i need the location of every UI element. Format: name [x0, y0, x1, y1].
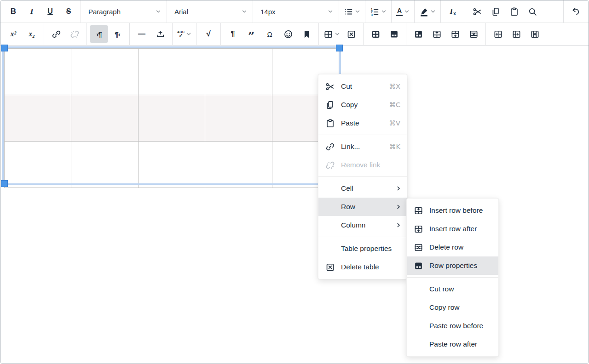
table-resize-handle-top-right[interactable] — [336, 45, 343, 51]
pilcrow-button[interactable]: ¶ — [224, 25, 242, 43]
emoji-button[interactable] — [279, 25, 297, 43]
horizontal-rule-button[interactable]: — — [133, 25, 151, 43]
subscript-button[interactable]: x₂ — [23, 25, 41, 43]
insert-row-before-icon — [432, 29, 442, 39]
table-resize-handle-bottom-left[interactable] — [1, 180, 8, 187]
copy-button[interactable] — [486, 3, 505, 20]
search-button[interactable] — [523, 3, 542, 20]
font-size-select[interactable]: 14px — [256, 3, 336, 20]
rtl-button[interactable]: ¶‹ — [108, 25, 127, 43]
ltr-glyph: ›¶ — [96, 30, 101, 38]
blockquote-button[interactable]: ” — [242, 25, 260, 43]
font-family-select[interactable]: Arial — [170, 3, 250, 20]
menu-separator — [407, 277, 498, 278]
insert-row-after-button[interactable] — [446, 25, 464, 43]
italic-button[interactable]: I — [23, 3, 41, 20]
cut-row-menu-item[interactable]: Cut row — [407, 280, 498, 298]
cell-menu-item[interactable]: Cell — [318, 179, 407, 198]
insert-row-after-menu-item[interactable]: Insert row after — [407, 220, 498, 238]
numbered-list-button[interactable]: 123 — [368, 3, 388, 20]
copy-icon — [491, 7, 501, 17]
delete-table-button[interactable] — [342, 25, 360, 43]
cell-properties-icon — [371, 29, 381, 39]
insert-link-button[interactable] — [47, 25, 65, 43]
table-resize-handle-top-left[interactable] — [1, 45, 8, 51]
paragraph-format-select[interactable]: Paragraph — [84, 3, 164, 20]
formula-button[interactable]: √ — [199, 25, 218, 43]
ltr-button[interactable]: ›¶ — [90, 25, 108, 43]
row-properties-button[interactable] — [385, 25, 403, 43]
delete-row-button[interactable] — [464, 25, 483, 43]
cut-button[interactable] — [468, 3, 486, 20]
special-character-button[interactable]: Ω — [260, 25, 279, 43]
strikethrough-button[interactable]: S — [59, 3, 78, 20]
merge-cells-button[interactable] — [409, 25, 427, 43]
insert-table-button[interactable] — [322, 25, 342, 43]
delete-row-menu-item[interactable]: Delete row — [407, 238, 498, 256]
chevron-right-icon — [396, 204, 401, 210]
underline-button[interactable]: U — [41, 3, 59, 20]
delete-row-icon — [413, 243, 424, 252]
link-icon — [324, 142, 335, 152]
table-properties-menu-item[interactable]: Table properties — [318, 239, 407, 258]
table-selection-line-bottom — [3, 183, 341, 185]
chevron-down-icon — [381, 9, 387, 14]
table-cell[interactable] — [5, 142, 71, 188]
pilcrow-glyph: ¶ — [231, 29, 235, 39]
text-color-button[interactable]: A — [394, 3, 411, 20]
table-cell[interactable] — [5, 95, 71, 142]
toolbar-group: A — [391, 0, 414, 23]
text-color-glyph: A — [396, 7, 403, 16]
table-cell[interactable] — [138, 142, 205, 188]
copy-menu-item[interactable]: Copy⌘C — [318, 96, 407, 114]
spellcheck-button[interactable]: ABC✓ — [175, 25, 193, 43]
paste-row-after-menu-item[interactable]: Paste row after — [407, 335, 498, 353]
paragraph-format-value: Paragraph — [88, 8, 121, 16]
delete-col-icon — [530, 29, 540, 39]
bookmark-button[interactable] — [297, 25, 316, 43]
toolbar-group — [563, 0, 588, 23]
table-cell[interactable] — [138, 95, 205, 142]
toolbar-group: ›¶¶‹ — [87, 23, 129, 45]
paste-button[interactable] — [505, 3, 523, 20]
paste-row-before-menu-item[interactable]: Paste row before — [407, 317, 498, 335]
cell-properties-button[interactable] — [366, 25, 385, 43]
bullet-list-button[interactable] — [342, 3, 362, 20]
table-cell[interactable] — [71, 49, 138, 95]
svg-text:3: 3 — [371, 13, 373, 17]
table-cell[interactable] — [138, 49, 205, 95]
highlight-color-button[interactable] — [417, 3, 438, 20]
table-cell[interactable] — [205, 95, 272, 142]
bold-button[interactable]: B — [4, 3, 23, 20]
table-cell[interactable] — [5, 49, 71, 95]
italic-glyph: I — [30, 7, 34, 16]
insert-row-before-icon — [413, 206, 424, 216]
insert-row-after-label: Insert row after — [429, 225, 477, 233]
toolbar-group: BIUS — [1, 0, 81, 23]
row-properties-menu-item[interactable]: Row properties — [407, 256, 498, 275]
table-cell[interactable] — [71, 95, 138, 142]
column-menu-item[interactable]: Column — [318, 216, 407, 234]
page-break-button[interactable] — [151, 25, 169, 43]
clear-formatting-button[interactable]: Ix — [444, 3, 462, 20]
table-cell[interactable] — [205, 142, 272, 188]
row-menu-item[interactable]: Row — [318, 198, 407, 216]
delete-table-menu-item[interactable]: Delete table — [318, 258, 407, 276]
table-cell[interactable] — [205, 49, 272, 95]
table-cell[interactable] — [71, 142, 138, 188]
formula-glyph: √ — [206, 29, 210, 39]
editor-table[interactable] — [4, 48, 339, 188]
chevron-right-icon — [396, 222, 401, 228]
insert-row-before-button[interactable] — [427, 25, 446, 43]
undo-button[interactable] — [566, 3, 585, 20]
superscript-button[interactable]: x² — [4, 25, 23, 43]
insert-row-before-menu-item[interactable]: Insert row before — [407, 201, 498, 220]
link-menu-item[interactable]: Link...⌘K — [318, 137, 407, 156]
copy-row-menu-item[interactable]: Copy row — [407, 298, 498, 317]
insert-column-before-button[interactable] — [489, 25, 507, 43]
insert-column-after-button[interactable] — [507, 25, 525, 43]
paste-menu-item[interactable]: Paste⌘V — [318, 114, 407, 132]
spellcheck-glyph2: ✓ — [179, 33, 183, 38]
delete-column-button[interactable] — [525, 25, 544, 43]
cut-menu-item[interactable]: Cut⌘X — [318, 77, 407, 96]
